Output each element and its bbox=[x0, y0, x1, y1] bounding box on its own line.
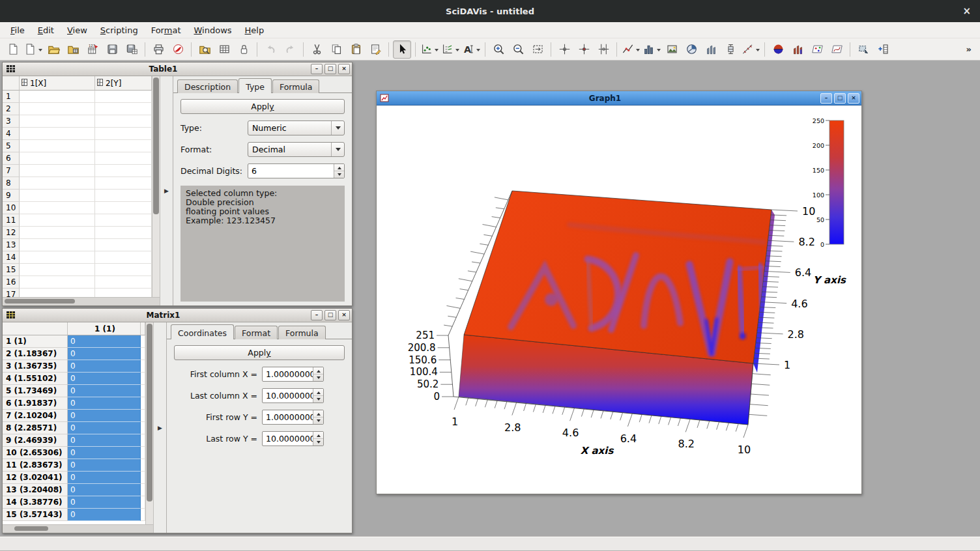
matrix-cell-selected[interactable]: 0 bbox=[68, 459, 141, 472]
coordinate-spinbox-0[interactable]: 1.000000000 bbox=[262, 367, 324, 382]
row-header[interactable]: 10 bbox=[3, 202, 20, 214]
matrix-cell[interactable] bbox=[141, 422, 145, 434]
table-cell[interactable] bbox=[95, 190, 152, 202]
graph1-maximize-button[interactable]: □ bbox=[834, 93, 846, 104]
matrix-cell[interactable] bbox=[141, 410, 145, 422]
coordinate-spinbox-2[interactable]: 1.000000000 bbox=[262, 410, 324, 425]
matrix-cell-selected[interactable]: 0 bbox=[68, 373, 141, 385]
spin-down-icon[interactable] bbox=[313, 374, 323, 381]
plot3d-surface-button[interactable] bbox=[769, 40, 787, 59]
matrix-cell-selected[interactable]: 0 bbox=[68, 484, 141, 496]
matrix1-grid[interactable]: 1 (1)1 (1)02 (1.18367)03 (1.36735)04 (1.… bbox=[3, 322, 145, 524]
table1-minimize-button[interactable]: – bbox=[311, 64, 323, 74]
menu-windows[interactable]: Windows bbox=[188, 23, 238, 37]
spin-up-icon[interactable] bbox=[313, 367, 323, 374]
format-combobox[interactable]: Decimal bbox=[248, 142, 345, 157]
matrix-cell-selected[interactable]: 0 bbox=[68, 434, 141, 447]
row-header[interactable]: 14 bbox=[3, 251, 20, 264]
table-cell[interactable] bbox=[20, 190, 95, 202]
spin-down-icon[interactable] bbox=[313, 417, 323, 424]
select-layer-button[interactable] bbox=[854, 40, 872, 59]
spin-down-icon[interactable] bbox=[334, 171, 344, 178]
row-header[interactable]: 3 bbox=[3, 115, 20, 128]
table-cell[interactable] bbox=[20, 264, 95, 276]
graph1-titlebar[interactable]: Graph1 – □ × bbox=[377, 91, 861, 106]
matrix1-maximize-button[interactable]: □ bbox=[324, 310, 336, 320]
matrix-row-header[interactable]: 11 (2.83673) bbox=[3, 459, 68, 472]
table-cell[interactable] bbox=[95, 91, 152, 103]
table-cell[interactable] bbox=[20, 177, 95, 190]
data-reader-button[interactable] bbox=[575, 40, 593, 59]
matrix-cell[interactable] bbox=[141, 484, 145, 496]
matrix-cell[interactable] bbox=[141, 397, 145, 410]
menu-file[interactable]: File bbox=[4, 23, 31, 37]
matrix-column-header-partial[interactable] bbox=[141, 322, 145, 335]
matrix1-tab-format[interactable]: Format bbox=[235, 326, 278, 339]
corner-header[interactable] bbox=[3, 322, 68, 335]
table1-close-button[interactable]: × bbox=[338, 64, 350, 74]
box-plot-button[interactable] bbox=[721, 40, 740, 59]
table-cell[interactable] bbox=[95, 289, 152, 297]
table-cell[interactable] bbox=[95, 214, 152, 227]
row-header[interactable]: 6 bbox=[3, 152, 20, 165]
matrix-row-header[interactable]: 8 (2.28571) bbox=[3, 422, 68, 434]
column-header-2[Y][interactable]: 122[Y] bbox=[95, 76, 152, 91]
column-header-1[X][interactable]: 121[X] bbox=[20, 76, 95, 91]
menu-view[interactable]: View bbox=[61, 23, 94, 37]
table-cell[interactable] bbox=[95, 251, 152, 264]
table1-tab-description[interactable]: Description bbox=[177, 79, 238, 93]
table-cell[interactable] bbox=[20, 227, 95, 239]
bar-plot-button[interactable] bbox=[642, 40, 661, 59]
matrix-cell[interactable] bbox=[141, 385, 145, 397]
matrix-row-header[interactable]: 6 (1.91837) bbox=[3, 397, 68, 410]
matrix1-tab-formula[interactable]: Formula bbox=[278, 326, 326, 339]
print-button[interactable] bbox=[149, 40, 167, 59]
table-cell[interactable] bbox=[95, 264, 152, 276]
matrix-cell[interactable] bbox=[141, 459, 145, 472]
spin-up-icon[interactable] bbox=[334, 164, 344, 171]
dropdown-arrow-icon[interactable] bbox=[636, 49, 640, 53]
coordinate-spinbox-3[interactable]: 10.00000000 bbox=[262, 431, 324, 446]
matrix-cell-selected[interactable]: 0 bbox=[68, 410, 141, 422]
row-header[interactable]: 13 bbox=[3, 239, 20, 251]
corner-header[interactable] bbox=[3, 76, 20, 91]
spin-up-icon[interactable] bbox=[313, 389, 323, 395]
paste-button[interactable] bbox=[347, 40, 365, 59]
row-header[interactable]: 4 bbox=[3, 128, 20, 140]
row-header[interactable]: 1 bbox=[3, 91, 20, 103]
table-cell[interactable] bbox=[95, 128, 152, 140]
matrix-cell[interactable] bbox=[141, 373, 145, 385]
plot3d-bars-button[interactable] bbox=[788, 40, 807, 59]
matrix-cell[interactable] bbox=[141, 348, 145, 360]
row-header[interactable]: 8 bbox=[3, 177, 20, 190]
open-template-button[interactable] bbox=[64, 40, 82, 59]
matrix-row-header[interactable]: 15 (3.57143) bbox=[3, 509, 68, 521]
table-cell[interactable] bbox=[95, 103, 152, 115]
surface-plot-canvas[interactable]: 12.84.66.48.210X axis12.84.66.48.210Y ax… bbox=[377, 106, 861, 494]
matrix-cell-selected[interactable]: 0 bbox=[68, 360, 141, 373]
spin-up-icon[interactable] bbox=[313, 432, 323, 438]
matrix-row-header[interactable]: 2 (1.18367) bbox=[3, 348, 68, 360]
toolbar-overflow-chevron[interactable]: » bbox=[961, 44, 977, 54]
table-cell[interactable] bbox=[20, 239, 95, 251]
coordinate-spinbox-1[interactable]: 10.00000000 bbox=[262, 388, 324, 403]
project-explorer-button[interactable] bbox=[195, 40, 214, 59]
app-close-icon[interactable]: × bbox=[962, 5, 971, 17]
matrix1-close-button[interactable]: × bbox=[338, 310, 350, 320]
vector-plot-button[interactable] bbox=[702, 40, 720, 59]
screen-reader-button[interactable] bbox=[555, 40, 573, 59]
row-header[interactable]: 7 bbox=[3, 165, 20, 177]
table-cell[interactable] bbox=[20, 276, 95, 289]
matrix-cell[interactable] bbox=[141, 496, 145, 509]
matrix1-horizontal-scrollbar[interactable] bbox=[3, 524, 153, 533]
menu-format[interactable]: Format bbox=[145, 23, 188, 37]
plot-image-button[interactable] bbox=[663, 40, 681, 59]
matrix-row-header[interactable]: 14 (3.38776) bbox=[3, 496, 68, 509]
save-project-button[interactable] bbox=[103, 40, 121, 59]
table1-tab-type[interactable]: Type bbox=[238, 78, 272, 93]
new-note-button[interactable] bbox=[366, 40, 384, 59]
export-pdf-button[interactable] bbox=[169, 40, 187, 59]
matrix-cell-selected[interactable]: 0 bbox=[68, 397, 141, 410]
plot3d-trajectory-button[interactable] bbox=[828, 40, 846, 59]
matrix1-apply-button[interactable]: Apply bbox=[174, 345, 345, 360]
